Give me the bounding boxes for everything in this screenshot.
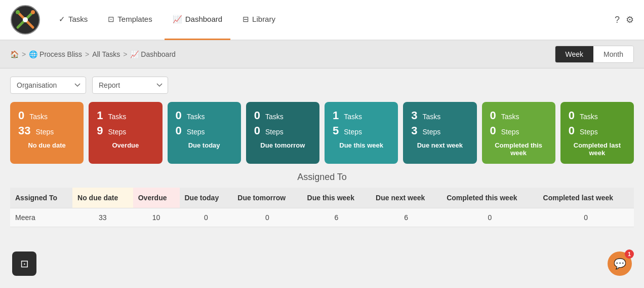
due-today-footer: Due today xyxy=(176,141,233,149)
stat-card-overdue[interactable]: 1 Tasks 9 Steps Overdue xyxy=(89,102,162,164)
expand-icon: ⊡ xyxy=(20,258,29,270)
stats-row: 0 Tasks 33 Steps No due date 1 Tasks 9 S… xyxy=(10,102,634,164)
table-cell-2: 10 xyxy=(133,208,180,227)
due-this-week-tasks-num: 1 xyxy=(333,109,339,122)
due-tomorrow-tasks-num: 0 xyxy=(254,109,260,122)
col-header-due-tomorrow: Due tomorrow xyxy=(232,188,302,208)
nav-dashboard[interactable]: 📈 Dashboard xyxy=(165,0,230,40)
library-icon: ⊟ xyxy=(243,15,249,24)
table-cell-4: 0 xyxy=(232,208,302,227)
col-header-overdue: Overdue xyxy=(133,188,180,208)
overdue-steps-num: 9 xyxy=(97,124,103,137)
nav-right: ? ⚙ xyxy=(615,14,634,25)
stat-card-no-due-date[interactable]: 0 Tasks 33 Steps No due date xyxy=(10,102,84,164)
all-tasks-crumb[interactable]: All Tasks xyxy=(92,50,120,58)
table-cell-0: Meera xyxy=(10,208,72,227)
settings-button[interactable]: ⚙ xyxy=(626,14,634,25)
col-header-due-today: Due today xyxy=(180,188,233,208)
due-tomorrow-footer: Due tomorrow xyxy=(254,141,311,149)
col-header-due-this-week: Due this week xyxy=(302,188,371,208)
help-button[interactable]: ? xyxy=(615,15,620,25)
overdue-steps-label: Steps xyxy=(108,128,127,136)
stat-card-due-this-week[interactable]: 1 Tasks 5 Steps Due this week xyxy=(325,102,398,164)
due-this-week-steps-label: Steps xyxy=(344,128,362,136)
col-header-completed-last-week: Completed last week xyxy=(538,188,634,208)
completed-last-week-tasks-num: 0 xyxy=(569,109,575,122)
nav-items: ✓ Tasks ⊡ Templates 📈 Dashboard ⊟ Librar… xyxy=(51,0,615,40)
overdue-footer: Overdue xyxy=(97,141,154,149)
assigned-to-table: Assigned To No due date Overdue Due toda… xyxy=(10,188,634,227)
breadcrumb: 🏠 > 🌐 Process Bliss > All Tasks > 📈 Dash… xyxy=(10,50,176,58)
no-due-tasks-num: 0 xyxy=(18,109,24,122)
stat-card-due-next-week[interactable]: 3 Tasks 3 Steps Due next week xyxy=(403,102,476,164)
svg-point-4 xyxy=(16,10,20,14)
home-icon[interactable]: 🏠 xyxy=(10,50,19,58)
stat-card-due-today[interactable]: 0 Tasks 0 Steps Due today xyxy=(168,102,241,164)
expand-button[interactable]: ⊡ xyxy=(12,251,36,276)
completed-last-week-footer: Completed last week xyxy=(569,141,626,157)
due-today-steps-num: 0 xyxy=(176,124,182,137)
completed-last-week-steps-label: Steps xyxy=(580,128,598,136)
due-this-week-steps-num: 5 xyxy=(333,124,339,137)
nav-templates-label: Templates xyxy=(117,15,152,23)
completed-this-week-steps-num: 0 xyxy=(490,124,496,137)
main-content: Organisation Report 0 Tasks 33 Steps No … xyxy=(0,68,644,288)
process-bliss-crumb[interactable]: 🌐 Process Bliss xyxy=(29,50,82,58)
due-tomorrow-steps-num: 0 xyxy=(254,124,260,137)
completed-last-week-steps-num: 0 xyxy=(569,124,575,137)
no-due-tasks-label: Tasks xyxy=(29,113,48,121)
no-due-steps-label: Steps xyxy=(35,128,54,136)
dashboard-icon: 📈 xyxy=(173,15,182,24)
sep2: > xyxy=(85,50,89,58)
due-today-steps-label: Steps xyxy=(187,128,205,136)
tasks-check-icon: ✓ xyxy=(59,15,65,24)
breadcrumb-bar: 🏠 > 🌐 Process Bliss > All Tasks > 📈 Dash… xyxy=(0,41,644,68)
chat-badge: 1 xyxy=(625,249,634,259)
completed-this-week-footer: Completed this week xyxy=(490,141,547,157)
month-toggle-button[interactable]: Month xyxy=(593,46,633,62)
completed-this-week-tasks-label: Tasks xyxy=(501,113,519,121)
week-month-toggle: Week Month xyxy=(555,46,634,63)
due-next-week-tasks-label: Tasks xyxy=(423,113,441,121)
table-cell-5: 6 xyxy=(302,208,371,227)
svg-point-5 xyxy=(31,10,35,14)
due-tomorrow-steps-label: Steps xyxy=(265,128,284,136)
col-header-assigned-to: Assigned To xyxy=(10,188,72,208)
chat-icon: 💬 xyxy=(614,258,626,270)
dashboard-crumb: 📈 Dashboard xyxy=(130,50,175,58)
table-row: Meera3310006600 xyxy=(10,208,634,227)
table-cell-3: 0 xyxy=(180,208,233,227)
stat-card-completed-this-week[interactable]: 0 Tasks 0 Steps Completed this week xyxy=(482,102,555,164)
table-cell-8: 0 xyxy=(538,208,634,227)
report-select[interactable]: Report xyxy=(92,77,168,94)
due-this-week-tasks-label: Tasks xyxy=(344,113,362,121)
due-next-week-steps-label: Steps xyxy=(423,128,441,136)
completed-last-week-tasks-label: Tasks xyxy=(580,113,598,121)
due-this-week-footer: Due this week xyxy=(333,141,390,149)
sep1: > xyxy=(22,50,26,58)
col-header-due-next-week: Due next week xyxy=(371,188,441,208)
col-header-completed-this-week: Completed this week xyxy=(441,188,538,208)
filters-row: Organisation Report xyxy=(10,77,634,94)
nav-tasks-label: Tasks xyxy=(68,15,88,23)
week-toggle-button[interactable]: Week xyxy=(555,46,594,62)
nav-tasks[interactable]: ✓ Tasks xyxy=(51,0,96,40)
organisation-select[interactable]: Organisation xyxy=(10,77,86,94)
nav-templates[interactable]: ⊡ Templates xyxy=(100,0,160,40)
stat-card-due-tomorrow[interactable]: 0 Tasks 0 Steps Due tomorrow xyxy=(246,102,319,164)
stat-card-completed-last-week[interactable]: 0 Tasks 0 Steps Completed last week xyxy=(560,102,634,164)
due-today-tasks-num: 0 xyxy=(176,109,182,122)
due-next-week-tasks-num: 3 xyxy=(411,109,417,122)
top-navigation: ✓ Tasks ⊡ Templates 📈 Dashboard ⊟ Librar… xyxy=(0,0,644,41)
nav-library[interactable]: ⊟ Library xyxy=(234,0,284,40)
completed-this-week-steps-label: Steps xyxy=(501,128,519,136)
completed-this-week-tasks-num: 0 xyxy=(490,109,496,122)
app-logo[interactable] xyxy=(10,5,41,35)
table-cell-6: 6 xyxy=(371,208,441,227)
overdue-tasks-label: Tasks xyxy=(108,113,127,121)
chat-button[interactable]: 💬 1 xyxy=(608,251,632,276)
nav-dashboard-label: Dashboard xyxy=(185,15,222,23)
table-header-row: Assigned To No due date Overdue Due toda… xyxy=(10,188,634,208)
nav-library-label: Library xyxy=(252,15,275,23)
assigned-to-section-header: Assigned To xyxy=(10,172,634,183)
